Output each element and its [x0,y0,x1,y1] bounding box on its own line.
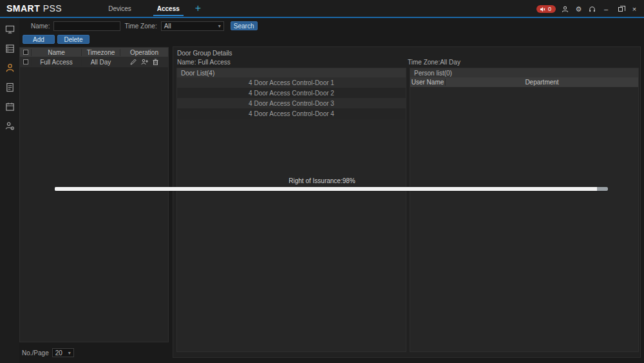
table-header: Name Timezone Operation [20,48,168,57]
door-list: Door List(4) 4 Door Access Control-Door … [176,68,406,352]
person-icon[interactable] [5,63,15,74]
alarm-badge[interactable]: 0 [536,5,556,13]
close-icon[interactable]: × [630,5,639,14]
issuance-progress-bar [55,187,608,191]
door-list-item[interactable]: 4 Door Access Control-Door 3 [177,98,406,108]
person-list-header: User Name Department [410,77,638,87]
filter-row: Name: Time Zone: All ▾ Search [19,19,644,32]
door-list-item[interactable]: 4 Door Access Control-Door 2 [177,88,406,98]
live-view-icon[interactable] [5,24,15,35]
timezone-dropdown[interactable]: All ▾ [161,21,224,31]
progress-fill [55,187,597,191]
mute-speaker-icon [540,6,545,12]
edit-icon[interactable] [130,59,137,65]
restore-icon[interactable] [616,5,625,14]
chevron-down-icon: ▾ [218,23,221,29]
issuance-progress-label: Right of Issurance:98% [0,177,644,184]
alarm-count: 0 [548,6,551,12]
row-checkbox[interactable] [23,59,28,64]
gear-icon[interactable]: ⚙ [574,5,583,14]
logo-smart: SMART [6,3,40,14]
col-header-department: Department [446,79,638,86]
sidebar [0,18,19,363]
tab-devices[interactable]: Devices [95,0,144,17]
row-timezone: All Day [81,59,120,66]
door-group-details-panel: Door Group Details Name: Full Access Tim… [173,46,641,358]
accent-divider [0,17,644,18]
titlebar: SMART PSS Devices Access + 0 ⚙ – × [0,0,644,17]
titlebar-right: 0 ⚙ – × [536,0,639,17]
add-person-icon[interactable] [141,59,148,65]
app-logo: SMART PSS [6,3,62,14]
log-icon[interactable] [5,82,15,93]
door-list-item[interactable]: 4 Door Access Control-Door 4 [177,108,406,119]
main-tabs: Devices Access + [95,0,201,17]
attendance-icon[interactable] [5,101,15,112]
row-name: Full Access [31,59,81,66]
door-list-item[interactable]: 4 Door Access Control-Door 1 [177,77,406,88]
add-button[interactable]: Add [23,35,55,44]
name-label: Name: [31,23,50,30]
action-buttons: Add Delete [23,35,90,44]
details-title: Door Group Details [177,50,232,57]
details-name: Name: Full Access [177,59,231,66]
search-button[interactable]: Search [231,21,258,30]
chevron-down-icon: ▾ [68,350,71,356]
pager: No./Page 20 ▾ [22,348,74,357]
page-size-dropdown[interactable]: 20 ▾ [52,348,74,357]
timezone-value: All [164,23,171,30]
minimize-icon[interactable]: – [601,5,611,14]
headset-icon[interactable] [588,5,596,14]
device-manager-icon[interactable] [5,43,15,54]
door-list-title: Door List(4) [177,68,406,77]
name-input[interactable] [53,21,120,31]
col-header-timezone: Timezone [81,49,120,56]
new-tab-button[interactable]: + [195,0,201,17]
col-header-operation: Operation [120,49,168,56]
timezone-label: Time Zone: [124,23,156,30]
page-size-label: No./Page [22,349,49,357]
person-list: Person list(0) User Name Department [410,68,639,352]
delete-button[interactable]: Delete [57,35,90,44]
col-header-user-name: User Name [410,79,446,86]
door-group-table: Name Timezone Operation Full Access All … [19,47,169,342]
select-all-checkbox[interactable] [23,50,28,55]
page-size-value: 20 [55,349,62,357]
row-operations [120,59,168,65]
details-timezone: Time Zone:All Day [408,59,460,66]
access-settings-icon[interactable] [5,121,15,132]
table-row[interactable]: Full Access All Day [20,57,168,68]
user-icon[interactable] [561,5,569,14]
logo-pss: PSS [43,3,62,14]
delete-trash-icon[interactable] [153,59,158,65]
tab-access[interactable]: Access [144,0,193,17]
person-list-title: Person list(0) [410,68,638,77]
col-header-name: Name [31,49,81,56]
